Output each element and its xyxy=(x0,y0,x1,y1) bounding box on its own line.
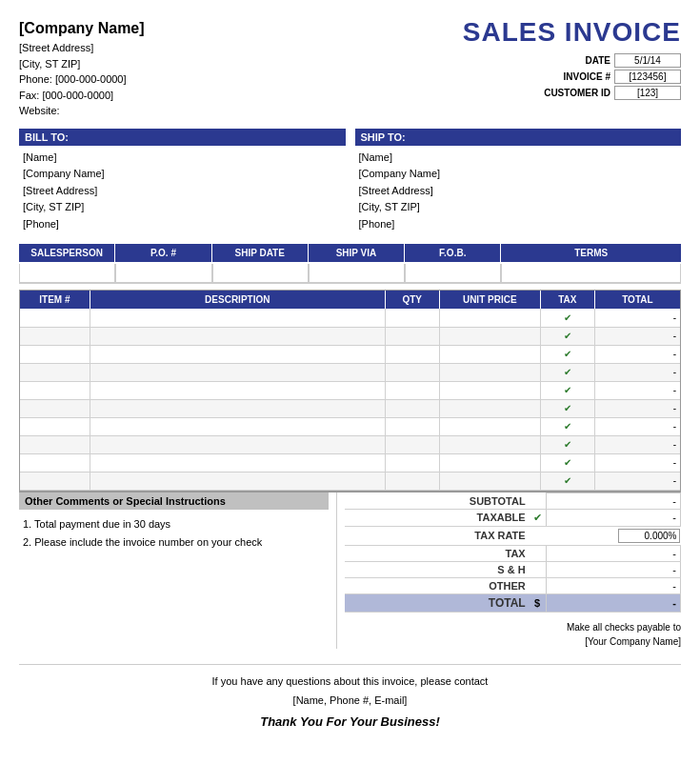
desc-cell[interactable] xyxy=(90,345,385,363)
tax-cell[interactable]: ✔ xyxy=(540,309,594,327)
item-cell[interactable] xyxy=(20,363,90,381)
price-cell[interactable] xyxy=(439,345,540,363)
item-cell[interactable] xyxy=(20,327,90,345)
terms-header: TERMS xyxy=(501,244,681,262)
tax-rate-value[interactable]: 0.000% xyxy=(618,529,680,543)
comments-content: 1. Total payment due in 30 days 2. Pleas… xyxy=(19,513,329,553)
total-cell: - xyxy=(594,399,680,417)
price-cell[interactable] xyxy=(439,363,540,381)
price-cell[interactable] xyxy=(439,381,540,399)
bill-to-company: [Company Name] xyxy=(23,166,342,183)
table-row[interactable]: ✔- xyxy=(20,363,680,381)
tax-cell[interactable]: ✔ xyxy=(540,381,594,399)
total-cell: - xyxy=(594,381,680,399)
bill-to-phone: [Phone] xyxy=(23,216,342,233)
item-cell[interactable] xyxy=(20,472,90,490)
total-cell: - xyxy=(594,472,680,490)
item-cell[interactable] xyxy=(20,453,90,472)
total-dollar-sign: $ xyxy=(530,593,547,612)
tax-cell[interactable]: ✔ xyxy=(540,363,594,381)
company-name: [Company Name] xyxy=(19,17,145,40)
desc-cell[interactable] xyxy=(90,472,385,490)
qty-cell[interactable] xyxy=(385,327,439,345)
table-row[interactable]: ✔- xyxy=(20,309,680,327)
price-cell[interactable] xyxy=(439,453,540,472)
price-cell[interactable] xyxy=(439,417,540,435)
subtotal-label: SUBTOTAL xyxy=(345,493,530,509)
table-row[interactable]: ✔- xyxy=(20,345,680,363)
total-cell: - xyxy=(594,417,680,435)
tax-cell[interactable]: ✔ xyxy=(540,327,594,345)
po-value[interactable] xyxy=(115,264,211,283)
price-cell[interactable] xyxy=(439,309,540,327)
footer-line3: Thank You For Your Business! xyxy=(19,711,681,733)
qty-cell[interactable] xyxy=(385,309,439,327)
price-cell[interactable] xyxy=(439,399,540,417)
header: [Company Name] [Street Address] [City, S… xyxy=(19,17,681,119)
other-row: OTHER - xyxy=(345,577,681,593)
tax-cell[interactable]: ✔ xyxy=(540,435,594,453)
qty-cell[interactable] xyxy=(385,472,439,490)
items-table: ITEM # DESCRIPTION QTY UNIT PRICE TAX TO… xyxy=(20,291,680,491)
tax-value: - xyxy=(546,545,680,561)
qty-cell[interactable] xyxy=(385,453,439,472)
other-check-cell xyxy=(530,577,547,593)
desc-cell[interactable] xyxy=(90,417,385,435)
price-cell[interactable] xyxy=(439,327,540,345)
tax-row: TAX - xyxy=(345,545,681,561)
item-cell[interactable] xyxy=(20,435,90,453)
items-table-container: ITEM # DESCRIPTION QTY UNIT PRICE TAX TO… xyxy=(19,290,681,492)
table-row[interactable]: ✔- xyxy=(20,417,680,435)
subtotal-check-cell xyxy=(530,493,547,509)
qty-cell[interactable] xyxy=(385,399,439,417)
ship-via-header: SHIP VIA xyxy=(309,244,405,262)
desc-cell[interactable] xyxy=(90,381,385,399)
qty-cell[interactable] xyxy=(385,345,439,363)
ship-via-value[interactable] xyxy=(309,264,405,283)
payable-note: Make all checks payable to [Your Company… xyxy=(345,620,681,649)
salesperson-value[interactable] xyxy=(19,264,115,283)
company-info: [Company Name] [Street Address] [City, S… xyxy=(19,17,145,119)
company-phone: Phone: [000-000-0000] xyxy=(19,71,145,88)
desc-cell[interactable] xyxy=(90,327,385,345)
desc-cell[interactable] xyxy=(90,399,385,417)
terms-value[interactable] xyxy=(501,264,681,283)
table-row[interactable]: ✔- xyxy=(20,381,680,399)
tax-rate-row: TAX RATE 0.000% xyxy=(345,526,681,545)
qty-cell[interactable] xyxy=(385,417,439,435)
totals-table: SUBTOTAL - TAXABLE ✔ - TAX RATE 0.000% xyxy=(345,493,681,613)
qty-cell[interactable] xyxy=(385,381,439,399)
total-cell: - xyxy=(594,345,680,363)
desc-cell[interactable] xyxy=(90,309,385,327)
tax-cell[interactable]: ✔ xyxy=(540,399,594,417)
item-cell[interactable] xyxy=(20,417,90,435)
table-row[interactable]: ✔- xyxy=(20,453,680,472)
table-row[interactable]: ✔- xyxy=(20,327,680,345)
qty-cell[interactable] xyxy=(385,435,439,453)
tax-cell[interactable]: ✔ xyxy=(540,417,594,435)
fob-value[interactable] xyxy=(405,264,501,283)
tax-check-cell xyxy=(530,545,547,561)
invoice-title-block: SALES INVOICE DATE 5/1/14 INVOICE # [123… xyxy=(463,17,681,100)
tax-cell[interactable]: ✔ xyxy=(540,472,594,490)
price-cell[interactable] xyxy=(439,435,540,453)
item-cell[interactable] xyxy=(20,399,90,417)
desc-cell[interactable] xyxy=(90,453,385,472)
qty-cell[interactable] xyxy=(385,363,439,381)
shipping-values-row xyxy=(19,264,681,284)
ship-to-phone: [Phone] xyxy=(359,216,678,233)
desc-cell[interactable] xyxy=(90,435,385,453)
tax-cell[interactable]: ✔ xyxy=(540,345,594,363)
table-row[interactable]: ✔- xyxy=(20,399,680,417)
price-cell[interactable] xyxy=(439,472,540,490)
sh-check-cell xyxy=(530,561,547,577)
item-cell[interactable] xyxy=(20,381,90,399)
item-cell[interactable] xyxy=(20,345,90,363)
tax-cell[interactable]: ✔ xyxy=(540,453,594,472)
ship-to-city: [City, ST ZIP] xyxy=(359,199,678,216)
table-row[interactable]: ✔- xyxy=(20,435,680,453)
table-row[interactable]: ✔- xyxy=(20,472,680,490)
ship-date-value[interactable] xyxy=(212,264,309,283)
item-cell[interactable] xyxy=(20,309,90,327)
desc-cell[interactable] xyxy=(90,363,385,381)
